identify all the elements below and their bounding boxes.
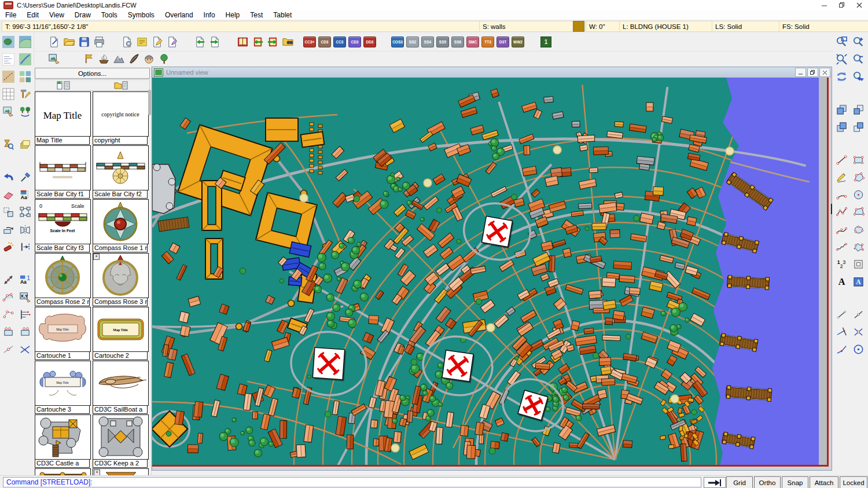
blob-tool-icon[interactable]	[851, 222, 866, 237]
notes-icon[interactable]	[134, 35, 149, 49]
text-tool-icon[interactable]: A	[834, 274, 849, 289]
menu-view[interactable]: View	[44, 10, 69, 20]
symbol-compass-rose-3[interactable]: + Compass Rose 3 n	[93, 253, 149, 306]
symbol-castle[interactable]: CD3C Castle a	[35, 414, 91, 468]
landmass-tool-icon[interactable]	[1, 35, 16, 49]
menu-draw[interactable]: Draw	[69, 10, 96, 20]
offset-icon[interactable]	[18, 240, 33, 254]
menu-symbols[interactable]: Symbols	[123, 10, 160, 20]
tracking-field[interactable]: T: 996'-3 11/16",1650'-2 1/8"	[2, 21, 480, 32]
addon-cd3b[interactable]: CD3	[348, 36, 361, 47]
menu-file[interactable]: File	[0, 10, 21, 20]
linestyle-field[interactable]: LS: Solid	[712, 21, 781, 32]
eyedropper-icon[interactable]	[18, 170, 33, 185]
color-swatch[interactable]	[573, 21, 584, 32]
bring-front-alt-icon[interactable]	[851, 102, 866, 117]
open-catalog-button[interactable]	[93, 80, 150, 90]
style-picker-icon[interactable]: Aa	[18, 188, 33, 202]
symbol-catalog-icon[interactable]	[235, 35, 250, 49]
break-icon[interactable]	[851, 325, 866, 339]
width-field[interactable]: W: 0"	[586, 21, 621, 32]
export-icon[interactable]	[207, 35, 222, 49]
layer-field[interactable]: L: BLDNG (HOUSE 1)	[619, 21, 713, 32]
symbol-scalebar-f1[interactable]: Scale Bar City f1	[35, 145, 91, 199]
new-drawing-icon[interactable]	[46, 35, 61, 49]
addon-ss6[interactable]: SS6	[451, 36, 464, 47]
freehand-tool-icon[interactable]	[834, 240, 849, 254]
river-tool-icon[interactable]	[18, 52, 33, 67]
line-tool-icon[interactable]	[834, 153, 849, 167]
catalog-options-button[interactable]: Options...	[35, 68, 150, 79]
node-edit-icon[interactable]	[1, 290, 16, 304]
new-catalog-button[interactable]	[35, 80, 93, 90]
command-input[interactable]: Command [STREETLOAD]:	[3, 477, 701, 487]
sketch-tool-icon[interactable]	[834, 170, 849, 185]
symbol-keep[interactable]: CD3C Keep a 2	[93, 414, 149, 468]
catalog-load-icon[interactable]	[250, 35, 265, 49]
move-scale-icon[interactable]	[1, 273, 16, 287]
symbol-scalebar-f2[interactable]: Scale Bar City f2	[93, 145, 149, 199]
catalog-save-icon[interactable]	[265, 35, 280, 49]
grid-toggle-button[interactable]: Grid	[726, 476, 753, 488]
addon-dd3[interactable]: DD3	[363, 36, 376, 47]
view-close-button[interactable]	[819, 68, 830, 77]
symbol-manager-icon[interactable]	[46, 52, 61, 66]
quill-catalog-icon[interactable]	[126, 52, 141, 66]
sheets-icon[interactable]	[18, 137, 33, 152]
symbol-box-icon[interactable]	[851, 257, 866, 271]
menu-tools[interactable]: Tools	[96, 10, 123, 20]
menu-overland[interactable]: Overland	[160, 10, 198, 20]
polygon-tool-icon[interactable]	[851, 170, 866, 185]
split-line-icon[interactable]	[1, 342, 16, 357]
addon-cc3[interactable]: CC3	[333, 36, 346, 47]
coords-icon[interactable]: X,Y	[18, 290, 33, 304]
multipoly-tool-icon[interactable]	[851, 240, 866, 254]
text-box-icon[interactable]: A	[851, 274, 866, 289]
vegetation-catalog-icon[interactable]	[156, 52, 171, 66]
bring-front-icon[interactable]	[834, 102, 849, 117]
flags-catalog-icon[interactable]	[81, 52, 96, 66]
addon-ww2[interactable]: WW2	[512, 36, 524, 47]
symbol-partial-bridge[interactable]	[35, 468, 91, 475]
menu-edit[interactable]: Edit	[21, 10, 44, 20]
symbol-cartouche-3[interactable]: Map Title Cartouche 3	[35, 361, 91, 414]
menu-info[interactable]: Info	[198, 10, 220, 20]
menu-test[interactable]: Test	[245, 10, 268, 20]
zoom-history-icon[interactable]	[1, 137, 16, 152]
rect-tool-icon[interactable]	[851, 153, 866, 167]
addon-ss4[interactable]: SS4	[421, 36, 434, 47]
addon-ss2[interactable]: SS2	[406, 36, 419, 47]
print-icon[interactable]	[91, 35, 106, 49]
attach-toggle-button[interactable]: Attach	[810, 476, 838, 488]
symbol-sailboat[interactable]: CD3C SailBoat a	[93, 361, 149, 414]
quad-tool-icon[interactable]	[851, 205, 866, 219]
erase-icon[interactable]	[1, 188, 16, 202]
annotate-drawing-icon[interactable]	[164, 35, 179, 49]
zoom-extents-icon[interactable]	[834, 52, 849, 67]
curve-tool-icon[interactable]	[834, 222, 849, 237]
place-symbol-icon[interactable]	[1, 104, 16, 119]
import-icon[interactable]	[192, 35, 207, 49]
redraw-icon[interactable]	[834, 69, 849, 84]
trim-icon[interactable]	[834, 325, 849, 339]
symbol-compass-rose-1[interactable]: Compass Rose 1 n	[93, 199, 149, 252]
locked-toggle-button[interactable]: Locked	[840, 476, 867, 488]
cursor-snap-button[interactable]	[704, 477, 726, 488]
sheet-field[interactable]: S: walls	[479, 21, 575, 32]
addon-d3t[interactable]: D3T	[496, 36, 509, 47]
line-segment-icon[interactable]	[834, 307, 849, 322]
zoom-window-icon[interactable]	[834, 35, 849, 49]
addon-smc[interactable]: SMC	[466, 36, 479, 47]
align-icon[interactable]	[18, 307, 33, 322]
save-icon[interactable]	[76, 35, 91, 49]
zoom-in-icon[interactable]	[851, 35, 866, 49]
send-back-icon[interactable]	[834, 120, 849, 134]
structures-catalog-icon[interactable]	[111, 52, 126, 66]
expand-variants-button[interactable]: +	[93, 254, 100, 260]
symbol-scalebar-f3[interactable]: 0 Scale Scale In Feet Scale Bar City f3	[35, 199, 91, 252]
rotate-icon[interactable]	[1, 222, 16, 237]
ships-catalog-icon[interactable]	[96, 52, 111, 66]
copy-icon[interactable]	[1, 205, 16, 219]
layer-badge[interactable]: 1	[540, 36, 551, 47]
arc-tool-icon[interactable]	[834, 188, 849, 202]
